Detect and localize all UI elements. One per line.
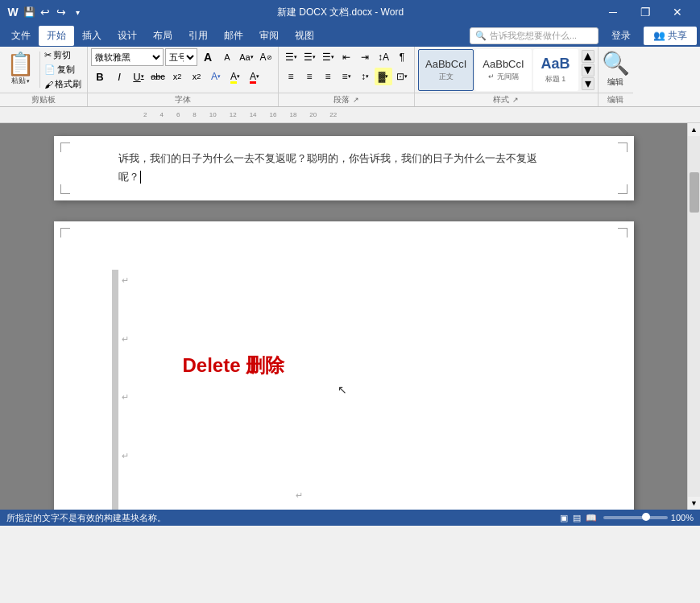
font-family-select[interactable]: 微软雅黑 <box>91 48 164 66</box>
italic-button[interactable]: I <box>110 68 128 85</box>
zoom-slider[interactable] <box>603 516 668 519</box>
scroll-track[interactable] <box>688 136 700 497</box>
menu-bar-right: 🔍 告诉我您想要做什么... 登录 👥 共享 <box>470 27 697 45</box>
clipboard-content: 📋 粘贴 ▾ ✂ 剪切 📄 复制 <box>0 47 87 93</box>
change-case-button[interactable]: Aa▾ <box>238 48 255 66</box>
style-heading1[interactable]: AaB 标题 1 <box>533 49 578 91</box>
align-right-button[interactable]: ≡ <box>319 68 337 85</box>
shading-button[interactable]: ▓▾ <box>375 68 392 85</box>
menu-insert[interactable]: 插入 <box>74 26 110 46</box>
decrease-indent-button[interactable]: ⇤ <box>338 48 355 66</box>
corner-tr-p1 <box>618 142 628 152</box>
window-controls: ─ ❐ ✕ <box>597 0 694 24</box>
scroll-down-arrow[interactable]: ▼ <box>688 497 700 510</box>
word-logo-icon: W <box>6 6 19 19</box>
page2: ↵ ↵ ↵ ↵ ↵ ↵ Delete 删除 ↖ ↵ <box>54 221 634 510</box>
copy-button[interactable]: 📄 复制 <box>42 63 84 76</box>
font-shrink-button[interactable]: A <box>218 48 236 66</box>
minimize-button[interactable]: ─ <box>597 0 629 24</box>
paragraph-dialog-launcher[interactable]: ↗ <box>353 96 359 104</box>
format-painter-icon: 🖌 <box>44 80 53 89</box>
increase-indent-button[interactable]: ⇥ <box>356 48 374 66</box>
font-grow-button[interactable]: A <box>199 48 217 66</box>
customize-icon[interactable]: ▾ <box>71 6 84 19</box>
bold-button[interactable]: B <box>91 68 109 85</box>
pages-area: 诉我，我们的日子为什么一去不复返呢？聪明的，你告诉我，我们的日子为什么一去不复返… <box>0 123 687 510</box>
text-effects-button[interactable]: A▾ <box>207 68 225 85</box>
save-icon[interactable]: 💾 <box>23 6 35 19</box>
close-button[interactable]: ✕ <box>661 0 694 24</box>
numbering-button[interactable]: ☰▾ <box>300 48 318 66</box>
highlight-color-button[interactable]: A ▾ <box>226 68 244 85</box>
bullets-button[interactable]: ☰▾ <box>282 48 300 66</box>
subscript-button[interactable]: x2 <box>168 68 186 85</box>
show-marks-button[interactable]: ¶ <box>393 48 411 66</box>
page1: 诉我，我们的日子为什么一去不复返呢？聪明的，你告诉我，我们的日子为什么一去不复返… <box>54 136 634 200</box>
style-nospace[interactable]: AaBbCcI ↵ 无间隔 <box>475 49 531 91</box>
font-row2: B I U▾ abc x2 x2 A▾ A ▾ A ▾ <box>91 68 263 85</box>
multilevel-button[interactable]: ☰▾ <box>319 48 337 66</box>
print-layout-icon[interactable]: ▣ <box>560 513 568 523</box>
format-painter-button[interactable]: 🖌 格式刷 <box>42 77 84 91</box>
menu-review[interactable]: 审阅 <box>251 26 287 46</box>
search-placeholder: 告诉我您想要做什么... <box>490 30 577 42</box>
redo-icon[interactable]: ↪ <box>55 6 68 19</box>
clipboard-section: 📋 粘贴 ▾ ✂ 剪切 📄 复制 <box>0 47 88 106</box>
superscript-button[interactable]: x2 <box>188 68 205 85</box>
paste-button[interactable]: 📋 粘贴 ▾ <box>3 48 38 91</box>
delete-annotation-text: Delete 删除 <box>183 350 285 381</box>
sort-button[interactable]: ↕A <box>375 48 392 66</box>
para-marks: ↵ ↵ ↵ ↵ ↵ ↵ <box>122 274 129 510</box>
zoom-level: 100% <box>671 513 694 522</box>
clear-formatting-button[interactable]: A⊘ <box>257 48 275 66</box>
underline-button[interactable]: U▾ <box>130 68 147 85</box>
paragraph-content: ☰▾ ☰▾ ☰▾ ⇤ ⇥ ↕A ¶ ≡ ≡ ≡ ≡▾ ↕▾ ▓▾ ⊡▾ <box>279 47 414 93</box>
menu-mailings[interactable]: 邮件 <box>216 26 251 46</box>
web-layout-icon[interactable]: ▤ <box>573 513 581 523</box>
share-button[interactable]: 👥 共享 <box>644 27 697 45</box>
line-spacing-button[interactable]: ↕▾ <box>356 68 374 85</box>
paste-dropdown-icon: ▾ <box>27 78 30 85</box>
title-bar-left: W 💾 ↩ ↪ ▾ <box>6 6 84 19</box>
login-button[interactable]: 登录 <box>605 27 637 44</box>
align-center-button[interactable]: ≡ <box>300 68 318 85</box>
page1-line2: 呢？ <box>118 167 570 186</box>
title-bar: W 💾 ↩ ↪ ▾ 新建 DOCX 文档.docx - Word ─ ❐ ✕ <box>0 0 700 24</box>
align-left-button[interactable]: ≡ <box>282 68 300 85</box>
border-button[interactable]: ⊡▾ <box>393 68 411 85</box>
search-box[interactable]: 🔍 告诉我您想要做什么... <box>470 27 599 44</box>
font-size-select[interactable]: 五号 <box>165 48 197 66</box>
page1-text[interactable]: 诉我，我们的日子为什么一去不复返呢？聪明的，你告诉我，我们的日子为什么一去不复返… <box>118 149 570 187</box>
menu-layout[interactable]: 布局 <box>145 26 180 46</box>
styles-scroll-down[interactable]: ▼ <box>582 64 594 76</box>
menu-file[interactable]: 文件 <box>3 26 39 46</box>
styles-scroll-up[interactable]: ▲ <box>582 50 594 63</box>
read-mode-icon[interactable]: 📖 <box>586 513 597 523</box>
justify-button[interactable]: ≡▾ <box>338 68 355 85</box>
cut-button[interactable]: ✂ 剪切 <box>42 48 84 62</box>
style-normal[interactable]: AaBbCcI 正文 <box>418 49 474 91</box>
vertical-scrollbar[interactable]: ▲ ▼ <box>687 123 700 510</box>
styles-dialog-launcher[interactable]: ↗ <box>512 96 519 104</box>
editing-content: 🔍 编辑 <box>599 47 633 93</box>
styles-content: AaBbCcI 正文 AaBbCcI ↵ 无间隔 AaB 标题 1 <box>415 47 598 93</box>
undo-icon[interactable]: ↩ <box>39 6 52 19</box>
strikethrough-button[interactable]: abc <box>149 68 167 85</box>
paragraph-label: 段落 ↗ <box>279 93 414 106</box>
zoom-thumb[interactable] <box>642 513 650 521</box>
styles-expand[interactable]: ▾ <box>582 77 594 90</box>
font-color-button[interactable]: A ▾ <box>246 68 263 85</box>
menu-references[interactable]: 引用 <box>180 26 216 46</box>
corner-tl-p1 <box>60 142 70 152</box>
scroll-thumb[interactable] <box>690 172 699 213</box>
menu-view[interactable]: 视图 <box>287 26 322 46</box>
menu-design[interactable]: 设计 <box>110 26 145 46</box>
menu-home[interactable]: 开始 <box>39 26 74 46</box>
clipboard-label: 剪贴板 <box>0 93 87 106</box>
page1-line1: 诉我，我们的日子为什么一去不复返呢？聪明的，你告诉我，我们的日子为什么一去不复返 <box>118 149 570 167</box>
font-group-label: 字体 <box>88 93 278 106</box>
window-title: 新建 DOCX 文档.docx - Word <box>84 6 597 19</box>
scroll-up-arrow[interactable]: ▲ <box>688 123 700 136</box>
restore-button[interactable]: ❐ <box>629 0 661 24</box>
text-cursor <box>140 171 141 184</box>
